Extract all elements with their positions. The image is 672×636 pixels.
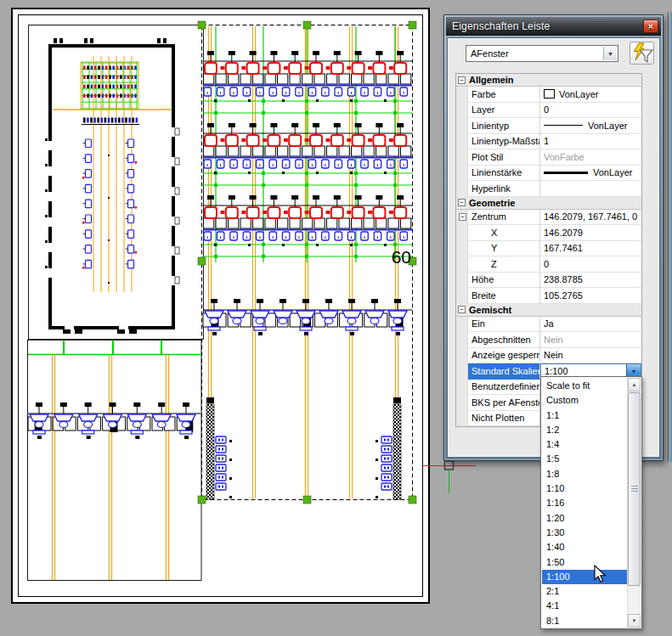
close-button[interactable]: ✕ xyxy=(643,20,658,33)
row-gutter xyxy=(456,273,468,289)
scale-option-1-20[interactable]: 1:20 xyxy=(542,511,627,526)
scale-option-2-1[interactable]: 2:1 xyxy=(542,584,627,599)
property-row-linienst-rke[interactable]: LinienstärkeVonLayer xyxy=(456,166,641,182)
section-header-allgemein[interactable]: −Allgemein xyxy=(456,74,641,87)
collapse-icon[interactable]: − xyxy=(458,76,466,84)
viewport-grip[interactable] xyxy=(198,21,206,29)
property-row-linientyp-ma-sta[interactable]: Linientyp-Maßsta1 xyxy=(456,134,641,150)
property-row-anzeige-gesperrt[interactable]: Anzeige gesperrtNein xyxy=(456,348,641,364)
scale-option-1-100[interactable]: 1:100 xyxy=(542,570,627,584)
scale-option-custom[interactable]: Custom xyxy=(542,393,627,408)
viewport-grip[interactable] xyxy=(303,21,311,29)
property-value[interactable]: 146.2079 xyxy=(540,225,641,241)
scale-option-1-1[interactable]: 1:1 xyxy=(542,408,627,423)
scale-option-1-5[interactable]: 1:5 xyxy=(542,452,627,466)
row-gutter xyxy=(456,380,468,396)
property-label: Standard Skalieru xyxy=(468,363,540,380)
scrollbar-thumb[interactable] xyxy=(628,392,641,586)
property-label: Abgeschnitten xyxy=(468,332,540,348)
property-label: Z xyxy=(468,256,540,273)
quick-select-button[interactable] xyxy=(630,42,654,65)
property-row-farbe[interactable]: FarbeVonLayer xyxy=(456,87,641,103)
property-row-x[interactable]: X146.2079 xyxy=(456,225,641,241)
collapse-icon[interactable]: − xyxy=(458,199,466,206)
property-row-plot-stil[interactable]: Plot StilVonFarbe xyxy=(456,149,641,166)
chevron-down-icon[interactable]: ▼ xyxy=(603,47,617,60)
property-grid: −AllgemeinFarbeVonLayerLayer0LinientypVo… xyxy=(455,73,642,427)
property-value[interactable]: 146.2079, 167.7461, 0 xyxy=(540,210,641,226)
property-value[interactable] xyxy=(540,181,641,197)
scale-option-1-4[interactable]: 1:4 xyxy=(542,437,627,452)
property-value[interactable]: 0 xyxy=(540,256,641,273)
scale-option-1-16[interactable]: 1:16 xyxy=(542,496,627,510)
collapse-icon[interactable]: − xyxy=(458,306,466,313)
viewport-grip[interactable] xyxy=(409,21,416,29)
row-gutter xyxy=(456,348,468,364)
entity-selector[interactable]: AFenster ▼ xyxy=(466,45,618,62)
section-header-gemischt[interactable]: −Gemischt xyxy=(456,304,641,317)
property-row-hyperlink[interactable]: Hyperlink xyxy=(456,181,641,197)
background-window-edge xyxy=(668,12,672,462)
property-value[interactable]: 167.7461 xyxy=(540,241,641,257)
row-gutter xyxy=(456,181,468,197)
scale-option-4-1[interactable]: 4:1 xyxy=(542,599,627,613)
property-value[interactable]: VonFarbe xyxy=(540,149,641,166)
row-gutter xyxy=(456,118,468,134)
color-swatch[interactable] xyxy=(544,89,555,98)
scale-option-1-40[interactable]: 1:40 xyxy=(542,540,627,554)
panel-titlebar[interactable]: Eigenschaften Leiste ✕ xyxy=(446,17,661,36)
property-label: X xyxy=(468,225,540,241)
property-label: Anzeige gesperrt xyxy=(468,348,540,364)
scale-option-scale-to-fit[interactable]: Scale to fit xyxy=(542,379,627,393)
collapse-icon[interactable]: − xyxy=(459,213,466,221)
viewport-grip[interactable] xyxy=(198,496,206,504)
property-label: Layer xyxy=(468,103,540,119)
property-label: BKS per AFenste xyxy=(468,395,540,411)
property-value[interactable]: 105.2765 xyxy=(540,288,641,304)
property-value[interactable]: Nein xyxy=(540,348,641,364)
property-row-z[interactable]: Z0 xyxy=(456,256,641,273)
property-row-abgeschnitten[interactable]: AbgeschnittenNein xyxy=(456,332,641,348)
property-label: Farbe xyxy=(468,87,540,103)
viewport-grip[interactable] xyxy=(409,496,416,504)
property-value[interactable]: Ja xyxy=(540,317,641,333)
property-row-breite[interactable]: Breite105.2765 xyxy=(456,288,641,304)
scale-option-1-8[interactable]: 1:8 xyxy=(542,467,627,481)
viewport-grip[interactable] xyxy=(198,257,206,265)
section-label: Allgemein xyxy=(469,75,514,85)
property-value[interactable]: VonLayer xyxy=(540,166,641,182)
property-row-ein[interactable]: EinJa xyxy=(456,317,641,333)
viewport-number: 60 xyxy=(392,247,411,267)
scale-dropdown-items: Scale to fitCustom1:11:21:41:51:81:101:1… xyxy=(542,378,627,628)
viewport-grip[interactable] xyxy=(303,496,311,504)
property-row-zentrum[interactable]: −Zentrum146.2079, 167.7461, 0 xyxy=(456,210,641,226)
section-label: Geometrie xyxy=(469,198,515,208)
property-label: Linienstärke xyxy=(468,166,540,182)
scale-option-1-50[interactable]: 1:50 xyxy=(542,555,627,570)
row-gutter xyxy=(456,149,468,166)
property-row-y[interactable]: Y167.7461 xyxy=(456,241,641,257)
row-gutter xyxy=(456,134,468,150)
property-value[interactable]: 238.8785 xyxy=(540,273,641,289)
scale-option-1-10[interactable]: 1:10 xyxy=(542,481,627,496)
close-icon: ✕ xyxy=(648,23,654,31)
property-value[interactable]: Nein xyxy=(540,332,641,348)
property-value[interactable]: 0 xyxy=(540,103,641,119)
scroll-up-button[interactable]: ▲ xyxy=(628,378,641,391)
entity-selector-value: AFenster xyxy=(471,48,509,59)
property-row-layer[interactable]: Layer0 xyxy=(456,103,641,119)
property-value[interactable]: VonLayer xyxy=(540,118,641,134)
row-gutter xyxy=(456,103,468,119)
property-value[interactable]: 1 xyxy=(540,134,641,150)
scale-option-8-1[interactable]: 8:1 xyxy=(542,614,627,628)
dropdown-scrollbar[interactable]: ▲ ▼ xyxy=(627,378,641,628)
property-value[interactable]: VonLayer xyxy=(540,87,641,103)
scale-option-1-2[interactable]: 1:2 xyxy=(542,423,627,437)
mouse-cursor xyxy=(594,565,607,583)
scale-option-1-30[interactable]: 1:30 xyxy=(542,526,627,540)
section-header-geometrie[interactable]: −Geometrie xyxy=(456,197,641,210)
row-gutter xyxy=(456,256,468,273)
property-row-linientyp[interactable]: LinientypVonLayer xyxy=(456,118,641,134)
scroll-down-button[interactable]: ▼ xyxy=(628,614,641,628)
property-row-h-he[interactable]: Höhe238.8785 xyxy=(456,273,641,289)
